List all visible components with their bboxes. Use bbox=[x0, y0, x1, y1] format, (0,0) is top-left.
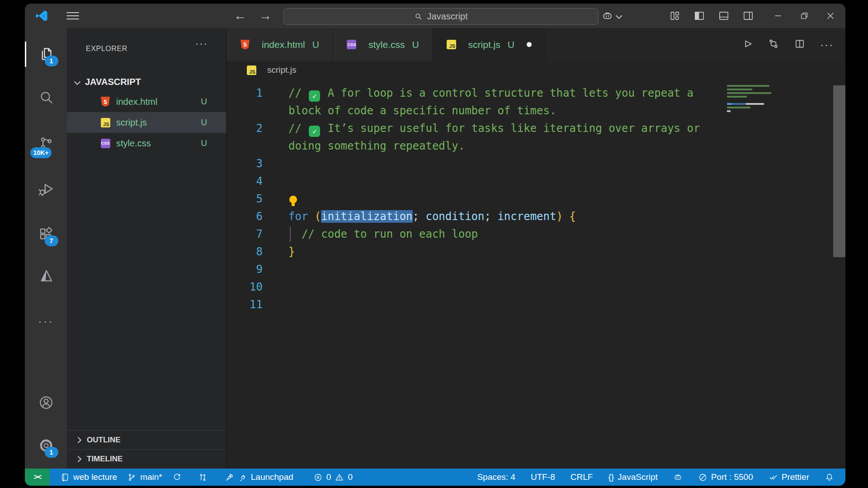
timeline-section-header[interactable]: TIMELINE bbox=[67, 449, 226, 469]
file-row-script-js[interactable]: JS script.js U bbox=[67, 112, 226, 133]
code-line: 8 } bbox=[226, 243, 845, 261]
git-status-badge: U bbox=[312, 39, 319, 50]
code-action-lightbulb-icon[interactable] bbox=[289, 196, 297, 203]
indentation-item[interactable]: Spaces: 4 bbox=[472, 469, 520, 486]
settings-badge: 1 bbox=[45, 447, 58, 458]
eol-item[interactable]: CRLF bbox=[566, 469, 598, 486]
git-status-badge: U bbox=[201, 117, 207, 127]
git-status-badge: U bbox=[201, 138, 207, 148]
account-icon[interactable] bbox=[36, 392, 57, 413]
toggle-primary-sidebar-icon[interactable] bbox=[693, 9, 706, 23]
activity-bar: 1 10K+ 7 ··· bbox=[25, 28, 67, 469]
git-status-badge: U bbox=[508, 39, 514, 50]
command-center-search[interactable]: Javascript bbox=[283, 8, 599, 25]
git-status-badge: U bbox=[412, 39, 419, 50]
code-line-wrapped: doing something repeatedly. bbox=[226, 137, 845, 155]
file-row-index-html[interactable]: 5 index.html U bbox=[67, 91, 226, 112]
code-line: 7 // code to run on each loop bbox=[226, 225, 845, 243]
workspace-item[interactable]: web lecture bbox=[55, 469, 122, 486]
explorer-badge: 1 bbox=[45, 56, 58, 66]
encoding-item[interactable]: UTF-8 bbox=[526, 469, 560, 486]
editor-group: 5 index.html U CSS style.css U JS script… bbox=[226, 28, 845, 469]
formatter-item[interactable]: Prettier bbox=[764, 469, 814, 486]
explorer-icon[interactable]: 1 bbox=[36, 44, 57, 65]
back-arrow-icon[interactable]: ← bbox=[234, 4, 246, 28]
minimap[interactable] bbox=[727, 85, 778, 112]
breadcrumb[interactable]: JS script.js bbox=[226, 61, 845, 79]
check-emoji: ✓ bbox=[309, 90, 320, 102]
problems-item[interactable]: 0 0 bbox=[308, 469, 358, 486]
minimize-icon[interactable] bbox=[771, 9, 785, 23]
search-icon bbox=[414, 12, 423, 21]
settings-gear-icon[interactable]: 1 bbox=[36, 435, 57, 456]
vscode-window: ← → Javascript bbox=[25, 4, 845, 486]
copilot-dropdown-chevron-icon[interactable] bbox=[616, 13, 622, 19]
copilot-icon[interactable] bbox=[600, 9, 614, 23]
run-debug-icon[interactable] bbox=[36, 178, 57, 199]
folder-chevron-icon bbox=[74, 79, 80, 85]
unsaved-changes-dot[interactable] bbox=[527, 42, 532, 47]
tab-index-html[interactable]: 5 index.html U bbox=[226, 28, 333, 61]
search-view-icon[interactable] bbox=[36, 87, 57, 108]
extensions-icon[interactable]: 7 bbox=[36, 224, 57, 244]
editor-scrollbar[interactable] bbox=[833, 79, 845, 469]
selected-text: initialization bbox=[321, 210, 412, 223]
tab-strip: 5 index.html U CSS style.css U JS script… bbox=[226, 28, 845, 61]
search-text: Javascript bbox=[427, 11, 467, 22]
forward-arrow-icon[interactable]: → bbox=[259, 4, 272, 28]
braces-icon: {} bbox=[608, 472, 614, 482]
run-file-icon[interactable] bbox=[741, 38, 753, 52]
sync-icon bbox=[172, 473, 182, 482]
git-branch-item[interactable]: main* bbox=[122, 469, 167, 486]
toggle-secondary-sidebar-icon[interactable] bbox=[741, 9, 755, 23]
tab-script-js[interactable]: JS script.js U bbox=[433, 28, 546, 61]
active-view-indicator bbox=[25, 42, 26, 67]
explorer-more-actions-icon[interactable]: ··· bbox=[195, 38, 208, 50]
restore-icon[interactable] bbox=[797, 9, 811, 23]
css-file-icon: CSS bbox=[347, 40, 357, 50]
source-control-icon[interactable]: 10K+ bbox=[36, 133, 57, 154]
file-row-style-css[interactable]: CSS style.css U bbox=[67, 133, 226, 154]
code-line: 3 bbox=[226, 155, 845, 173]
css-file-icon: CSS bbox=[100, 138, 110, 148]
language-mode-item[interactable]: {} JavaScript bbox=[603, 469, 662, 486]
code-editor[interactable]: 1 // ✓ A for loop is a control structure… bbox=[226, 79, 845, 469]
vscode-logo-icon bbox=[35, 9, 48, 23]
check-emoji: ✓ bbox=[309, 126, 320, 137]
outline-section-header[interactable]: OUTLINE bbox=[67, 430, 226, 450]
js-file-icon: JS bbox=[447, 40, 457, 50]
errors-icon bbox=[313, 473, 323, 482]
js-file-icon: JS bbox=[246, 65, 256, 75]
breadcrumb-file: script.js bbox=[267, 65, 296, 75]
open-changes-icon[interactable] bbox=[768, 38, 779, 52]
launchpad-item[interactable]: Launchpad bbox=[220, 469, 298, 486]
notifications-bell-icon[interactable] bbox=[820, 469, 839, 486]
customize-layout-icon[interactable] bbox=[668, 9, 682, 23]
code-line: 2 // ✓ It’s super useful for tasks like … bbox=[226, 120, 845, 137]
book-icon bbox=[60, 473, 70, 482]
menu-hamburger-icon[interactable] bbox=[66, 12, 79, 19]
explorer-sidebar: EXPLORER ··· JAVASCRIPT 5 index.html U J… bbox=[67, 28, 226, 469]
indent-guide bbox=[290, 227, 291, 242]
code-line: 10 bbox=[226, 278, 845, 296]
scrollbar-thumb[interactable] bbox=[833, 85, 845, 257]
collapse-chevron-icon bbox=[75, 456, 81, 462]
remote-indicator[interactable]: >< bbox=[25, 469, 50, 486]
split-editor-icon[interactable] bbox=[794, 38, 806, 52]
plug-icon bbox=[238, 473, 247, 482]
prism-extension-icon[interactable] bbox=[36, 266, 57, 286]
more-views-icon[interactable]: ··· bbox=[36, 311, 57, 332]
sidebar-title: EXPLORER bbox=[86, 45, 127, 53]
code-line: 5 bbox=[226, 190, 845, 208]
close-icon[interactable] bbox=[824, 9, 837, 23]
code-line: 6 for (initialization; condition; increm… bbox=[226, 208, 845, 225]
git-graph-button[interactable] bbox=[193, 469, 212, 486]
editor-more-actions-icon[interactable]: ··· bbox=[820, 38, 834, 51]
copilot-status-item[interactable] bbox=[668, 469, 688, 486]
tab-style-css[interactable]: CSS style.css U bbox=[333, 28, 433, 61]
live-server-port-item[interactable]: Port : 5500 bbox=[693, 469, 758, 486]
toggle-panel-icon[interactable] bbox=[717, 9, 731, 23]
folder-row-javascript[interactable]: JAVASCRIPT bbox=[67, 72, 226, 91]
git-status-badge: U bbox=[201, 97, 207, 107]
sync-changes-button[interactable] bbox=[167, 469, 187, 486]
